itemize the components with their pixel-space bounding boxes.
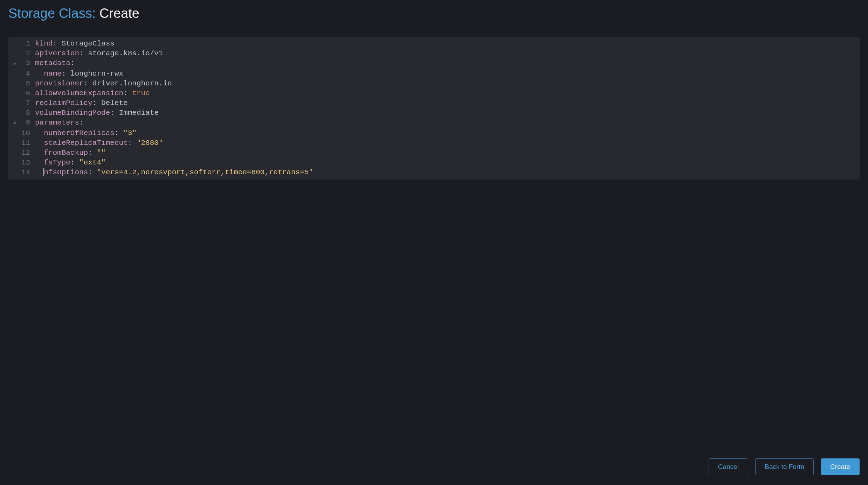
token-str: "": [97, 149, 105, 157]
token-colon: :: [128, 139, 137, 147]
token-plain: [35, 70, 44, 78]
code-content[interactable]: fromBackup: "": [35, 148, 856, 158]
token-colon: :: [62, 70, 70, 78]
line-number: 11: [20, 138, 35, 148]
footer-actions: Cancel Back to Form Create: [8, 450, 860, 485]
token-colon: :: [88, 149, 97, 157]
token-key: kind: [35, 40, 53, 48]
code-content[interactable]: kind: StorageClass: [35, 39, 856, 49]
line-number: 13: [20, 158, 35, 168]
token-plain: Immediate: [119, 109, 158, 117]
token-key: provisioner: [35, 79, 84, 87]
cancel-button[interactable]: Cancel: [709, 458, 748, 475]
token-key: parameters: [35, 119, 79, 127]
line-number: 14: [20, 168, 35, 177]
token-plain: Delete: [101, 99, 128, 107]
token-plain: StorageClass: [62, 40, 115, 48]
token-plain: [35, 159, 44, 167]
code-content[interactable]: apiVersion: storage.k8s.io/v1: [35, 49, 856, 58]
token-key: nfsOptions: [44, 168, 88, 176]
code-content[interactable]: name: longhorn-rwx: [35, 69, 856, 79]
line-number: 1: [20, 39, 35, 49]
token-key: numberOfReplicas: [44, 129, 115, 137]
fold-toggle-icon[interactable]: ▼: [10, 119, 20, 128]
line-number: 6: [20, 89, 35, 98]
code-content[interactable]: volumeBindingMode: Immediate: [35, 108, 856, 118]
code-line[interactable]: 10 numberOfReplicas: "3": [10, 128, 856, 138]
code-line[interactable]: 1kind: StorageClass: [10, 39, 856, 49]
create-button[interactable]: Create: [821, 458, 860, 475]
editor-container: 1kind: StorageClass2apiVersion: storage.…: [8, 31, 860, 450]
code-line[interactable]: 8volumeBindingMode: Immediate: [10, 108, 856, 118]
token-plain: [35, 168, 44, 176]
code-line[interactable]: 7reclaimPolicy: Delete: [10, 98, 856, 108]
token-key: staleReplicaTimeout: [44, 139, 128, 147]
fold-toggle-icon[interactable]: ▼: [10, 59, 20, 69]
token-plain: storage.k8s.io/v1: [88, 49, 163, 57]
token-plain: [35, 139, 44, 147]
code-content[interactable]: allowVolumeExpansion: true: [35, 89, 856, 98]
title-prefix: Storage Class:: [8, 6, 99, 21]
line-number: 3: [20, 58, 35, 68]
token-plain: [35, 149, 44, 157]
token-colon: :: [84, 79, 92, 87]
title-suffix: Create: [99, 6, 139, 21]
line-number: 2: [20, 49, 35, 58]
code-content[interactable]: staleReplicaTimeout: "2880": [35, 138, 856, 148]
token-plain: driver.longhorn.io: [92, 79, 172, 87]
line-number: 10: [20, 128, 35, 138]
token-key: fsType: [44, 159, 70, 167]
token-key: reclaimPolicy: [35, 99, 92, 107]
token-colon: :: [79, 49, 88, 57]
token-colon: :: [70, 59, 75, 67]
token-colon: :: [70, 159, 79, 167]
token-colon: :: [110, 109, 119, 117]
token-key: volumeBindingMode: [35, 109, 110, 117]
line-number: 7: [20, 98, 35, 108]
yaml-editor[interactable]: 1kind: StorageClass2apiVersion: storage.…: [8, 37, 860, 180]
code-content[interactable]: nfsOptions: "vers=4.2,noresvport,softerr…: [35, 168, 856, 177]
line-number: 12: [20, 148, 35, 158]
code-line[interactable]: 13 fsType: "ext4": [10, 158, 856, 168]
token-colon: :: [92, 99, 101, 107]
token-key: metadata: [35, 59, 70, 67]
token-str: "vers=4.2,noresvport,softerr,timeo=600,r…: [97, 168, 313, 176]
token-key: fromBackup: [44, 149, 88, 157]
token-key: name: [44, 70, 61, 78]
code-line[interactable]: 2apiVersion: storage.k8s.io/v1: [10, 49, 856, 58]
token-str: "3": [123, 129, 137, 137]
code-line[interactable]: ▼9parameters:: [10, 118, 856, 128]
token-plain: longhorn-rwx: [70, 70, 123, 78]
code-content[interactable]: parameters:: [35, 118, 856, 128]
token-key: apiVersion: [35, 49, 79, 57]
code-line[interactable]: ▼3metadata:: [10, 58, 856, 69]
code-line[interactable]: 4 name: longhorn-rwx: [10, 69, 856, 79]
line-number: 4: [20, 69, 35, 79]
code-line[interactable]: 5provisioner: driver.longhorn.io: [10, 79, 856, 89]
page-header: Storage Class: Create: [8, 6, 860, 31]
token-plain: [35, 129, 44, 137]
code-line[interactable]: 14 nfsOptions: "vers=4.2,noresvport,soft…: [10, 168, 856, 177]
line-number: 8: [20, 108, 35, 118]
token-colon: :: [53, 40, 61, 48]
page-title: Storage Class: Create: [8, 6, 860, 21]
code-content[interactable]: reclaimPolicy: Delete: [35, 98, 856, 108]
code-line[interactable]: 6allowVolumeExpansion: true: [10, 89, 856, 98]
code-line[interactable]: 11 staleReplicaTimeout: "2880": [10, 138, 856, 148]
line-number: 5: [20, 79, 35, 89]
token-colon: :: [88, 168, 97, 176]
code-content[interactable]: provisioner: driver.longhorn.io: [35, 79, 856, 89]
code-content[interactable]: fsType: "ext4": [35, 158, 856, 168]
token-str: "ext4": [79, 159, 106, 167]
code-content[interactable]: metadata:: [35, 58, 856, 68]
token-str: "2880": [137, 139, 163, 147]
line-number: 9: [20, 118, 35, 128]
page-root: Storage Class: Create 1kind: StorageClas…: [0, 0, 868, 485]
back-to-form-button[interactable]: Back to Form: [755, 458, 814, 475]
token-key: allowVolumeExpansion: [35, 89, 123, 97]
token-colon: :: [79, 119, 84, 127]
code-line[interactable]: 12 fromBackup: "": [10, 148, 856, 158]
token-const: true: [132, 89, 150, 97]
code-content[interactable]: numberOfReplicas: "3": [35, 128, 856, 138]
token-colon: :: [115, 129, 123, 137]
